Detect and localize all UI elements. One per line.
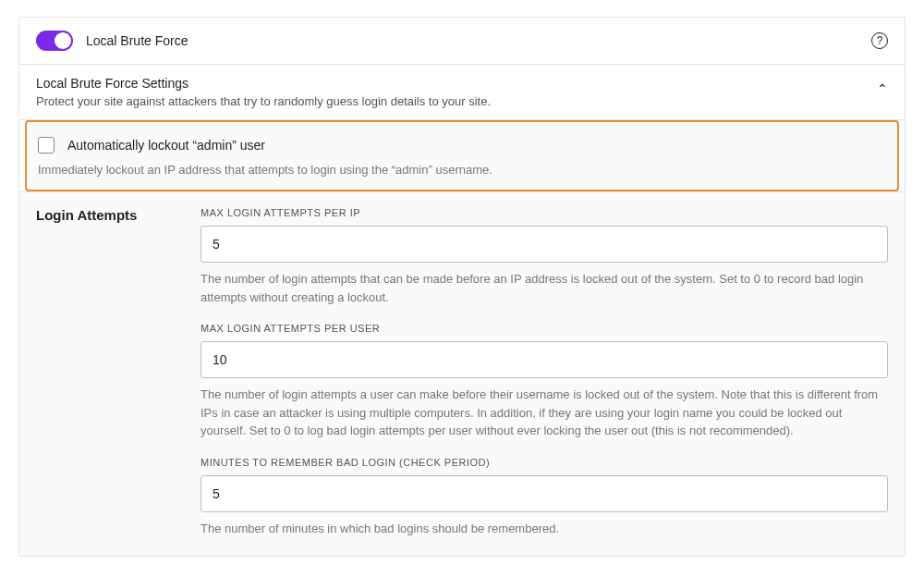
subsection-title: Local Brute Force Settings <box>36 76 877 91</box>
check-period-input[interactable] <box>201 475 888 512</box>
help-icon[interactable]: ? <box>871 32 888 49</box>
max-per-user-label: MAX LOGIN ATTEMPTS PER USER <box>201 323 888 334</box>
login-attempts-section-label: Login Attempts <box>36 207 201 537</box>
check-period-label: MINUTES TO REMEMBER BAD LOGIN (CHECK PER… <box>201 457 888 468</box>
max-per-user-help: The number of login attempts a user can … <box>201 386 888 440</box>
check-period-help: The number of minutes in which bad login… <box>201 520 888 538</box>
admin-lockout-checkbox[interactable] <box>38 137 55 154</box>
max-per-ip-field: MAX LOGIN ATTEMPTS PER IP The number of … <box>201 207 888 306</box>
max-per-ip-label: MAX LOGIN ATTEMPTS PER IP <box>201 207 888 218</box>
admin-lockout-label: Automatically lockout “admin” user <box>67 138 265 153</box>
panel-title: Local Brute Force <box>86 33 871 48</box>
admin-lockout-highlight: Automatically lockout “admin” user Immed… <box>25 120 899 191</box>
max-per-ip-input[interactable] <box>201 226 888 263</box>
check-period-field: MINUTES TO REMEMBER BAD LOGIN (CHECK PER… <box>201 457 888 538</box>
panel-header: Local Brute Force ? <box>19 18 905 65</box>
subsection-title-block: Local Brute Force Settings Protect your … <box>36 76 877 108</box>
login-attempts-section: Login Attempts MAX LOGIN ATTEMPTS PER IP… <box>19 191 905 556</box>
login-attempts-row: Login Attempts MAX LOGIN ATTEMPTS PER IP… <box>36 207 888 537</box>
enable-toggle[interactable] <box>36 31 73 51</box>
max-per-user-field: MAX LOGIN ATTEMPTS PER USER The number o… <box>201 323 888 440</box>
settings-panel: Local Brute Force ? Local Brute Force Se… <box>18 17 906 557</box>
admin-lockout-description: Immediately lockout an IP address that a… <box>38 163 886 177</box>
subsection-description: Protect your site against attackers that… <box>36 94 877 108</box>
login-attempts-fields: MAX LOGIN ATTEMPTS PER IP The number of … <box>201 207 888 537</box>
max-per-ip-help: The number of login attempts that can be… <box>201 270 888 306</box>
admin-lockout-row: Automatically lockout “admin” user <box>38 137 886 154</box>
subsection-header[interactable]: Local Brute Force Settings Protect your … <box>19 65 905 120</box>
chevron-up-icon[interactable]: ⌃ <box>877 76 888 96</box>
max-per-user-input[interactable] <box>201 341 888 378</box>
